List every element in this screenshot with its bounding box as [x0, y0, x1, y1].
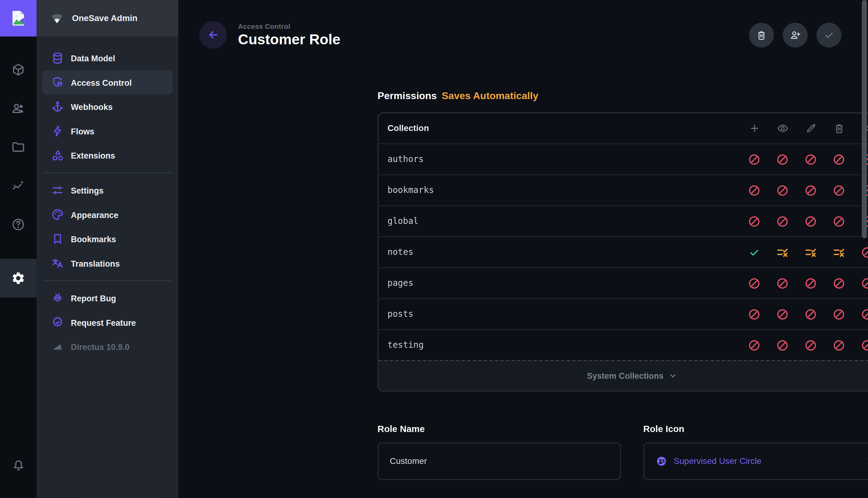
blocked-icon	[776, 153, 789, 166]
module-content[interactable]	[6, 57, 31, 82]
breadcrumb: Access Control	[238, 23, 340, 30]
permission-custom-icon[interactable]	[797, 246, 825, 259]
directus-version: Directus 10.9.0	[42, 335, 173, 359]
sidebar-item-request-feature[interactable]: Request Feature	[42, 310, 173, 335]
permission-blocked-icon[interactable]	[768, 308, 797, 320]
module-file-library[interactable]	[6, 135, 31, 159]
blocked-icon	[861, 246, 868, 259]
notifications-button[interactable]	[0, 458, 37, 472]
sidebar-item-webhooks[interactable]: Webhooks	[42, 94, 173, 119]
sidebar-item-flows[interactable]: Flows	[42, 119, 173, 143]
blocked-icon	[776, 277, 789, 290]
permission-blocked-icon[interactable]	[768, 339, 797, 352]
delete-role-button[interactable]	[749, 22, 774, 47]
permission-allowed-icon[interactable]	[740, 246, 768, 259]
sidebar-item-settings[interactable]: Settings	[42, 178, 173, 202]
scrollbar-thumb[interactable]	[862, 0, 867, 238]
permission-blocked-icon[interactable]	[797, 339, 825, 352]
gear-icon	[11, 271, 25, 285]
palette-icon	[51, 208, 64, 221]
permission-blocked-icon[interactable]	[825, 308, 853, 320]
people-icon	[11, 101, 25, 116]
role-form: Role Name Customer Role Icon Supervised …	[378, 424, 868, 480]
permission-blocked-icon[interactable]	[740, 339, 768, 352]
permission-blocked-icon[interactable]	[740, 215, 768, 228]
permission-blocked-icon[interactable]	[768, 153, 797, 166]
permission-blocked-icon[interactable]	[768, 184, 797, 197]
permission-blocked-icon[interactable]	[740, 153, 768, 166]
blocked-icon	[804, 308, 817, 320]
sidebar-item-report-bug[interactable]: Report Bug	[42, 286, 173, 310]
permission-blocked-icon[interactable]	[853, 246, 868, 259]
role-icon-input[interactable]: Supervised User Circle	[643, 443, 868, 480]
permission-blocked-icon[interactable]	[768, 277, 797, 290]
settings-nav: Data ModelAccess ControlWebhooksFlowsExt…	[37, 37, 178, 359]
sidebar-item-access-control[interactable]: Access Control	[42, 70, 173, 95]
permission-custom-icon[interactable]	[768, 246, 797, 259]
permission-blocked-icon[interactable]	[797, 153, 825, 166]
invite-users-button[interactable]	[783, 22, 807, 47]
check-icon	[823, 29, 835, 41]
sidebar-item-label: Bookmarks	[71, 234, 116, 244]
permission-blocked-icon[interactable]	[825, 153, 853, 166]
column-read-button[interactable]	[768, 122, 797, 134]
project-header[interactable]: OneSave Admin	[37, 0, 178, 37]
page-title: Customer Role	[238, 32, 340, 47]
sidebar: OneSave Admin Data ModelAccess ControlWe…	[37, 0, 178, 498]
permission-blocked-icon[interactable]	[825, 215, 853, 228]
permission-blocked-icon[interactable]	[797, 184, 825, 197]
module-settings[interactable]	[0, 259, 37, 298]
permission-blocked-icon[interactable]	[740, 277, 768, 290]
collection-column-header: Collection	[379, 123, 429, 133]
permission-blocked-icon[interactable]	[797, 277, 825, 290]
permission-blocked-icon[interactable]	[740, 184, 768, 197]
back-button[interactable]	[199, 21, 227, 49]
close-icon[interactable]	[865, 456, 868, 467]
permission-blocked-icon[interactable]	[825, 277, 853, 290]
blocked-icon	[748, 339, 761, 352]
permission-blocked-icon[interactable]	[825, 184, 853, 197]
row-permissions	[740, 339, 868, 352]
broken-image-icon	[9, 9, 28, 28]
sidebar-item-translations[interactable]: Translations	[42, 251, 173, 276]
arrow-left-icon	[207, 29, 219, 41]
collection-name: posts	[379, 309, 413, 319]
blocked-icon	[833, 339, 845, 352]
blocked-icon	[776, 339, 789, 352]
permission-blocked-icon[interactable]	[768, 215, 797, 228]
module-insights[interactable]	[6, 174, 31, 198]
permission-blocked-icon[interactable]	[825, 339, 853, 352]
sidebar-item-label: Appearance	[71, 210, 118, 219]
role-name-input[interactable]: Customer	[378, 443, 621, 480]
row-permissions	[740, 277, 868, 290]
row-permissions	[740, 246, 868, 259]
permission-blocked-icon[interactable]	[740, 308, 768, 320]
permission-blocked-icon[interactable]	[797, 308, 825, 320]
sidebar-item-extensions[interactable]: Extensions	[42, 143, 173, 168]
permission-custom-icon[interactable]	[825, 246, 853, 259]
sidebar-item-appearance[interactable]: Appearance	[42, 202, 173, 227]
module-documentation[interactable]	[6, 212, 31, 237]
column-update-button[interactable]	[797, 122, 825, 134]
column-delete-button[interactable]	[825, 122, 853, 134]
row-permissions	[740, 153, 868, 166]
permission-blocked-icon[interactable]	[853, 339, 868, 352]
blocked-icon	[861, 339, 868, 352]
system-collections-toggle[interactable]: System Collections	[379, 360, 868, 390]
row-permissions	[740, 308, 868, 320]
project-logo[interactable]	[0, 0, 37, 37]
module-user-directory[interactable]	[6, 96, 31, 121]
permission-blocked-icon[interactable]	[797, 215, 825, 228]
permission-blocked-icon[interactable]	[853, 277, 868, 290]
column-create-button[interactable]	[740, 122, 768, 134]
sidebar-item-bookmarks[interactable]: Bookmarks	[42, 227, 173, 251]
page-header: Access Control Customer Role	[199, 21, 841, 49]
permission-blocked-icon[interactable]	[853, 308, 868, 320]
sidebar-item-data-model[interactable]: Data Model	[42, 46, 173, 70]
blocked-icon	[748, 308, 761, 320]
trash-icon	[833, 122, 845, 134]
blocked-icon	[861, 308, 868, 320]
translate-icon	[51, 257, 64, 270]
role-icon-label: Role Icon	[643, 424, 868, 434]
insights-icon	[11, 179, 25, 193]
